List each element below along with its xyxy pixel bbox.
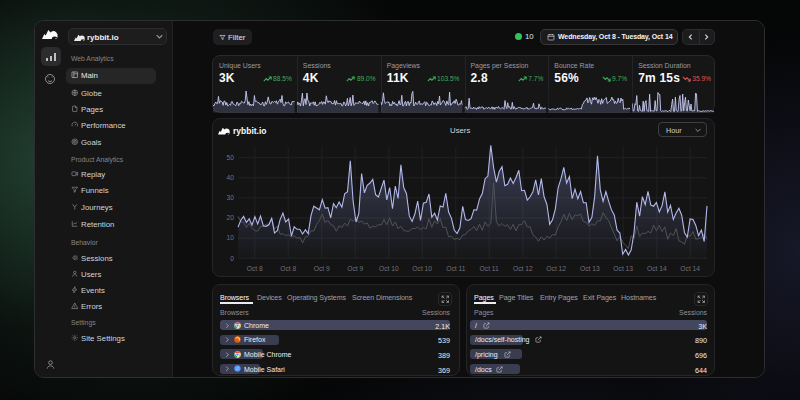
svg-text:40: 40: [227, 174, 235, 181]
svg-text:Oct 9: Oct 9: [347, 265, 363, 272]
svg-text:Oct 11: Oct 11: [480, 265, 499, 272]
svg-text:Oct 8: Oct 8: [280, 265, 296, 272]
svg-text:30: 30: [227, 194, 235, 201]
svg-text:Oct 11: Oct 11: [446, 265, 465, 272]
svg-text:Oct 9: Oct 9: [314, 265, 330, 272]
svg-text:20: 20: [227, 214, 235, 221]
svg-text:Oct 8: Oct 8: [247, 265, 263, 272]
svg-text:Oct 13: Oct 13: [613, 265, 633, 272]
svg-text:10: 10: [227, 234, 235, 241]
svg-text:Oct 10: Oct 10: [412, 265, 432, 272]
svg-text:Oct 12: Oct 12: [513, 265, 533, 272]
svg-text:Oct 14: Oct 14: [647, 265, 667, 272]
svg-text:Oct 10: Oct 10: [379, 265, 399, 272]
svg-text:0: 0: [230, 255, 234, 262]
svg-text:Oct 12: Oct 12: [546, 265, 566, 272]
svg-text:50: 50: [227, 154, 235, 161]
svg-text:Oct 14: Oct 14: [680, 265, 700, 272]
svg-text:Oct 13: Oct 13: [580, 265, 600, 272]
